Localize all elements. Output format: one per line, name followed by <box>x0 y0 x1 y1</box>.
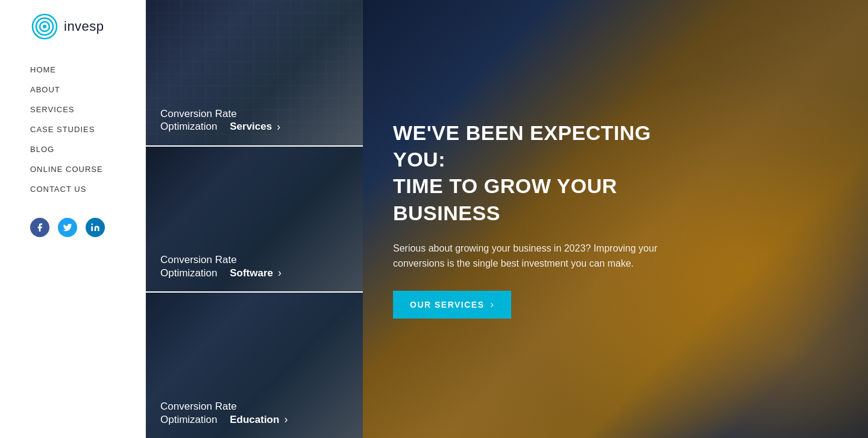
services-card-prefix: Optimization <box>160 121 217 133</box>
education-card-bold: Education <box>230 414 279 426</box>
services-card-content: Conversion Rate Optimization Services › <box>146 0 363 145</box>
hero-title-line2: TIME TO GROW YOUR BUSINESS <box>393 174 617 224</box>
cta-label: OUR SERVICES <box>410 300 485 309</box>
social-icons <box>30 218 145 237</box>
education-card-content: Conversion Rate Optimization Education › <box>146 293 363 438</box>
hero-subtitle: Serious about growing your business in 2… <box>393 241 682 271</box>
software-card-line1: Conversion Rate <box>160 253 348 267</box>
svg-point-3 <box>43 25 46 28</box>
nav-item-about[interactable]: ABOUT <box>30 85 145 94</box>
education-chevron-icon: › <box>284 413 288 426</box>
svg-point-4 <box>91 223 93 225</box>
logo-area[interactable]: invesp <box>30 12 145 41</box>
education-card-line2: Optimization Education › <box>160 413 348 426</box>
software-card-content: Conversion Rate Optimization Software › <box>146 147 363 292</box>
linkedin-icon[interactable] <box>86 218 105 237</box>
services-card-line2: Optimization Services › <box>160 121 348 133</box>
nav-menu: HOME ABOUT SERVICES CASE STUDIES BLOG ON… <box>30 65 145 194</box>
logo-icon <box>30 12 59 41</box>
hero-section: WE'VE BEEN EXPECTING YOU: TIME TO GROW Y… <box>363 0 868 438</box>
education-card[interactable]: Conversion Rate Optimization Education › <box>146 293 363 438</box>
nav-item-home[interactable]: HOME <box>30 65 145 74</box>
services-card-bold: Services <box>230 121 272 133</box>
hero-content: WE'VE BEEN EXPECTING YOU: TIME TO GROW Y… <box>363 0 712 438</box>
cards-column: Conversion Rate Optimization Services › … <box>146 0 363 438</box>
twitter-icon[interactable] <box>58 218 77 237</box>
services-card[interactable]: Conversion Rate Optimization Services › <box>146 0 363 147</box>
software-card-line2: Optimization Software › <box>160 267 348 279</box>
hero-title: WE'VE BEEN EXPECTING YOU: TIME TO GROW Y… <box>393 119 682 226</box>
facebook-icon[interactable] <box>30 218 49 237</box>
education-card-line1: Conversion Rate <box>160 400 348 413</box>
nav-item-services[interactable]: SERVICES <box>30 105 145 114</box>
logo-text: invesp <box>64 19 104 34</box>
services-chevron-icon: › <box>277 121 280 133</box>
nav-item-blog[interactable]: BLOG <box>30 145 145 154</box>
cta-button[interactable]: OUR SERVICES › <box>393 291 511 319</box>
nav-item-contact-us[interactable]: CONTACT US <box>30 185 145 194</box>
nav-item-case-studies[interactable]: CASE STUDIES <box>30 125 145 134</box>
services-card-line1: Conversion Rate <box>160 107 348 121</box>
main-content: Conversion Rate Optimization Services › … <box>146 0 868 438</box>
nav-item-online-course[interactable]: ONLINE COURSE <box>30 165 145 174</box>
software-card-bold: Software <box>230 267 273 279</box>
education-card-prefix: Optimization <box>160 414 217 426</box>
sidebar: invesp HOME ABOUT SERVICES CASE STUDIES … <box>0 0 146 438</box>
cta-chevron-icon: › <box>491 299 495 310</box>
software-card-prefix: Optimization <box>160 267 217 279</box>
hero-title-line1: WE'VE BEEN EXPECTING YOU: <box>393 121 651 171</box>
software-card[interactable]: Conversion Rate Optimization Software › <box>146 147 363 293</box>
software-chevron-icon: › <box>278 267 281 279</box>
